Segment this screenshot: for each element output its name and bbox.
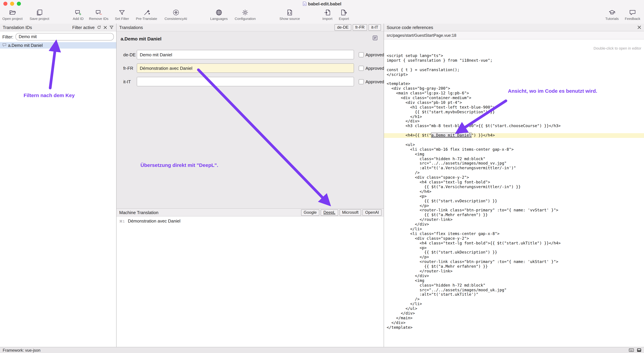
toolbar-set-filter[interactable]: Set Filter — [115, 9, 129, 21]
code-line — [384, 77, 644, 82]
toolbar-save-project[interactable]: Save project — [30, 9, 49, 21]
approved-checkbox[interactable] — [359, 52, 364, 57]
code-line: /> — [384, 171, 644, 175]
mt-provider-label: Google — [304, 210, 316, 215]
code-line: <p> — [384, 194, 644, 199]
gear-icon — [242, 9, 248, 16]
toolbar-add-id[interactable]: Add ID — [73, 9, 84, 21]
mt-provider-label: OpenAI — [365, 210, 379, 215]
approved-label: Approved — [366, 52, 384, 57]
filter-active-label: Filter active — [72, 25, 95, 30]
babel-document-icon — [303, 1, 306, 6]
source-code: <script setup lang="ts">import { useTran… — [384, 54, 644, 330]
approved-control: Approved — [359, 66, 384, 71]
source-panel: Source code references src/pages/start/G… — [384, 24, 644, 347]
code-line: </p> — [384, 203, 644, 208]
language-tab-fr-FR[interactable]: fr-FR — [353, 24, 367, 31]
machine-translation-title: Machine Translation — [119, 210, 158, 215]
code-line: </p> — [384, 255, 644, 260]
code-line: :alt="t('a.Versicherungsvermittler/-in')… — [384, 166, 644, 171]
code-line: <div class="space-y-2"> — [384, 175, 644, 180]
keyboard-icon[interactable] — [629, 348, 634, 352]
screen-icon[interactable] — [637, 348, 641, 352]
code-line: <h4 class="text-lg font-bold"> — [384, 180, 644, 185]
filter-icon[interactable] — [110, 25, 114, 29]
toolbar-pre-translate[interactable]: Pre-Translate — [136, 9, 157, 21]
code-line: src="../../assets/images/mood_vv.jpg" — [384, 161, 644, 166]
source-file-reference[interactable]: src/pages/start/GuestStartPage.vue:18 — [384, 31, 644, 40]
filter-input[interactable] — [15, 33, 114, 41]
comment-note-icon[interactable] — [372, 36, 378, 42]
approved-checkbox[interactable] — [359, 66, 364, 71]
toolbar-label: Show source — [280, 17, 300, 21]
refresh-filter-icon[interactable] — [97, 25, 101, 29]
code-line: {{ $t("start.ukDescription") }} — [384, 250, 644, 255]
translation-ids-panel: Translation IDs Filter active Filter: a.… — [0, 24, 116, 347]
toolbar-label: Import — [322, 17, 332, 21]
code-line: <router-link class="btn-primary" :to="{ … — [384, 260, 644, 264]
translation-id-list: a.Demo mit Daniel — [0, 41, 116, 49]
clear-filter-icon[interactable] — [104, 26, 107, 29]
close-panel-icon[interactable] — [637, 25, 641, 29]
toolbar-export[interactable]: Export — [339, 9, 349, 21]
toolbar-consistency-ai[interactable]: ConsistencyAI — [164, 9, 187, 21]
sparkle-circle-icon — [172, 9, 179, 16]
highlighted-translation-key[interactable]: a.Demo mit Daniel — [431, 133, 471, 138]
code-line — [384, 129, 644, 133]
code-line: </h1> — [384, 115, 644, 119]
mt-provider-openai[interactable]: OpenAI — [362, 209, 382, 216]
approved-label: Approved — [366, 79, 384, 84]
code-line: <div class="container-medium"> — [384, 96, 644, 101]
toolbar-configuration[interactable]: Configuration — [235, 9, 256, 21]
translation-input-de-DE[interactable] — [137, 50, 354, 59]
code-line: <template> — [384, 82, 644, 87]
toolbar-import[interactable]: Import — [322, 9, 332, 21]
translation-row: fr-FRApproved — [123, 64, 384, 73]
language-tab-label: it-IT — [371, 25, 378, 30]
mt-result-row[interactable]: ⌘1Démonstration avec Daniel — [119, 218, 180, 223]
language-tab-it-IT[interactable]: it-IT — [369, 24, 381, 31]
translation-id-item[interactable]: a.Demo mit Daniel — [0, 42, 116, 49]
toolbar-label: Add ID — [73, 17, 84, 21]
mt-provider-microsoft[interactable]: Microsoft — [339, 209, 361, 216]
toolbar-label: Feedback — [625, 17, 640, 21]
toolbar-open-project[interactable]: Open project — [2, 9, 22, 21]
translation-key-title: a.Demo mit Daniel — [120, 36, 162, 42]
language-tabs: de-DEfr-FRit-IT — [334, 24, 381, 31]
toolbar-remove-ids[interactable]: Remove IDs — [89, 9, 108, 21]
toolbar-label: Remove IDs — [89, 17, 108, 21]
language-label: it-IT — [123, 79, 137, 84]
code-line: class="hidden h-72 md:block" — [384, 283, 644, 288]
mt-provider-google[interactable]: Google — [301, 209, 319, 216]
code-line — [384, 63, 644, 68]
code-line — [384, 138, 644, 143]
translation-input-fr-FR[interactable] — [137, 63, 354, 73]
toolbar-feedback[interactable]: Feedback — [625, 9, 640, 21]
translation-id-label: a.Demo mit Daniel — [8, 43, 43, 48]
code-line: </h4> — [384, 189, 644, 194]
translation-input-it-IT[interactable] — [137, 77, 354, 86]
code-line: <li class="flex items-center gap-x-8"> — [384, 232, 644, 236]
language-label: de-DE — [123, 52, 137, 57]
export-icon — [340, 9, 347, 16]
titlebar: babel-edit.babel — [0, 0, 644, 8]
toolbar-label: Pre-Translate — [136, 17, 157, 21]
code-line: </ul> — [384, 306, 644, 311]
approved-control: Approved — [359, 79, 384, 84]
filter-row: Filter: — [0, 33, 116, 41]
toolbar-show-source[interactable]: Show source — [280, 9, 300, 21]
code-line: <div class="space-y-2"> — [384, 236, 644, 241]
toolbar-languages[interactable]: Languages — [210, 9, 228, 21]
code-line: class="hidden h-72 md:block" — [384, 157, 644, 161]
translation-ids-title: Translation IDs — [3, 25, 32, 30]
framework-label: Framework: vue-json — [3, 348, 40, 352]
toolbar-tutorials[interactable]: Tutorials — [605, 9, 619, 21]
mt-shortcut-badge: ⌘1 — [119, 219, 125, 223]
approved-checkbox[interactable] — [359, 79, 364, 84]
code-line: const { t } = useTranslation(); — [384, 68, 644, 72]
add-id-icon — [75, 9, 82, 16]
toolbar-label: ConsistencyAI — [164, 17, 187, 21]
source-file-reference-text: src/pages/start/GuestStartPage.vue:18 — [387, 33, 456, 38]
mt-provider-deepl[interactable]: DeepL — [321, 209, 338, 216]
language-tab-de-DE[interactable]: de-DE — [334, 24, 351, 31]
